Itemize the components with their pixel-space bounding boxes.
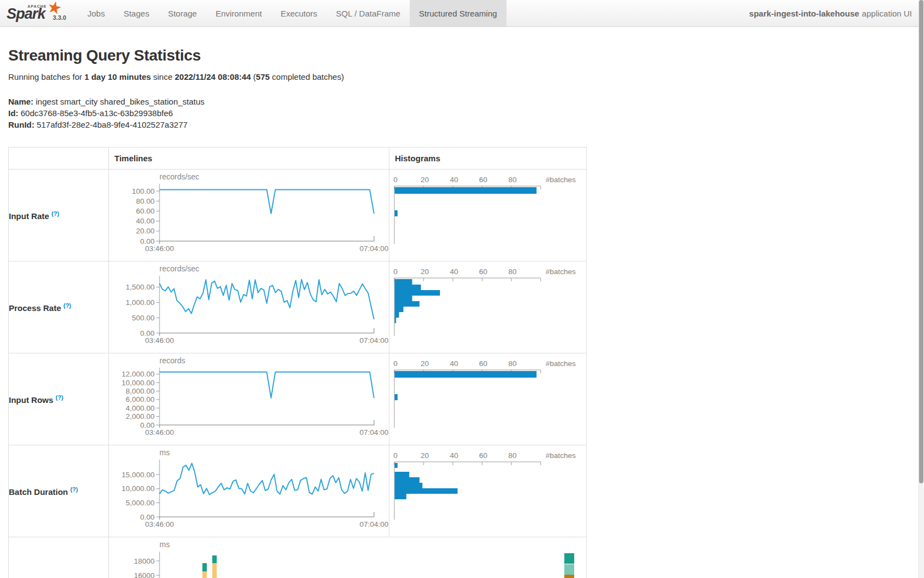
histogram-chart-batch-duration: 020406080#batches [389,445,587,537]
svg-text:10,000.00: 10,000.00 [122,484,155,493]
svg-text:40: 40 [450,359,458,368]
tab-executors[interactable]: Executors [271,0,327,26]
row-label-process-rate: Process Rate (?) [9,261,109,353]
svg-text:100.00: 100.00 [132,187,155,195]
spark-logo[interactable]: APACHE Spark ★ 3.3.0 [0,0,70,26]
svg-text:12,000.00: 12,000.00 [122,370,155,378]
help-icon[interactable]: (?) [52,210,59,217]
svg-text:ms: ms [160,540,170,549]
query-name-label: Name: [8,97,34,106]
svg-text:2,000.00: 2,000.00 [125,412,155,421]
statistics-table: Timelines Histograms Input Rate (?) reco… [8,147,587,578]
timeline-chart-batch-duration: ms0.005,000.0010,000.0015,000.0003:46:00… [109,445,389,537]
query-id-label: Id: [8,108,18,118]
tab-stages[interactable]: Stages [114,0,159,26]
running-prefix: Running batches for [8,72,82,81]
svg-text:80: 80 [508,359,516,368]
svg-text:60.00: 60.00 [136,207,155,215]
svg-text:0: 0 [393,176,398,184]
header-timelines: Timelines [109,148,389,170]
svg-text:500.00: 500.00 [132,314,155,322]
svg-text:60: 60 [479,359,487,368]
nav-tabs: Jobs Stages Storage Environment Executor… [78,0,507,26]
svg-text:07:04:00: 07:04:00 [360,428,388,437]
tab-jobs[interactable]: Jobs [78,0,114,26]
table-header-row: Timelines Histograms [9,148,587,170]
row-label-text: Process Rate [9,303,61,313]
main-content: Streaming Query Statistics Running batch… [0,47,924,578]
svg-text:07:04:00: 07:04:00 [360,336,388,345]
query-runid-label: RunId: [8,120,34,129]
query-runid-row: RunId: 517afd3f-28e2-4ba8-9fe4-4102527a3… [8,119,924,130]
help-icon[interactable]: (?) [56,394,63,401]
row-label-batch-duration: Batch Duration (?) [9,445,109,537]
svg-text:60: 60 [479,451,487,460]
svg-text:03:46:00: 03:46:00 [145,336,174,345]
table-row-input-rows: Input Rows (?) records0.002,000.004,000.… [9,353,587,445]
svg-text:8,000.00: 8,000.00 [125,387,155,395]
svg-text:0: 0 [393,451,398,460]
svg-text:#batches: #batches [546,359,576,368]
row-label-input-rows: Input Rows (?) [9,353,109,445]
table-row-input-rate: Input Rate (?) records/sec0.0020.0040.00… [9,170,587,261]
navbar: APACHE Spark ★ 3.3.0 Jobs Stages Storage… [0,0,924,27]
svg-text:40: 40 [450,268,458,276]
svg-text:10,000.00: 10,000.00 [122,379,155,387]
svg-text:5,000.00: 5,000.00 [125,499,155,507]
svg-text:40.00: 40.00 [136,217,155,225]
tab-storage[interactable]: Storage [158,0,206,26]
svg-text:1,000.00: 1,000.00 [125,298,155,307]
timeline-chart-process-rate: records/sec0.00500.001,000.001,500.0003:… [109,261,389,353]
spark-logo-wordmark: Spark [7,6,45,23]
running-suffix: completed batches) [272,72,344,81]
scrollbar-thumb[interactable] [919,0,923,483]
query-name-row: Name: ingest smart_city shared_bikes_sta… [8,96,924,107]
running-duration: 1 day 10 minutes [84,72,151,81]
svg-text:03:46:00: 03:46:00 [145,428,174,437]
svg-text:ms: ms [160,448,170,457]
application-title-suffix: application UI [862,9,912,18]
header-histograms: Histograms [389,148,587,170]
tab-sql-dataframe[interactable]: SQL / DataFrame [327,0,410,26]
completed-batches-count: 575 [256,72,270,81]
header-empty [9,148,109,170]
histogram-chart-input-rows: 020406080#batches [389,353,587,445]
svg-text:07:04:00: 07:04:00 [360,244,388,253]
svg-text:20: 20 [421,451,429,460]
svg-text:80: 80 [508,268,516,276]
row-label-text: Batch Duration [9,487,68,497]
svg-text:4,000.00: 4,000.00 [125,404,155,412]
svg-text:#batches: #batches [546,176,576,184]
svg-text:0: 0 [393,359,398,368]
svg-text:records/sec: records/sec [160,264,199,273]
svg-text:20: 20 [421,268,429,276]
svg-text:60: 60 [479,176,487,184]
running-summary: Running batches for 1 day 10 minutes sin… [8,72,924,81]
table-row-process-rate: Process Rate (?) records/sec0.00500.001,… [9,261,587,353]
help-icon[interactable]: (?) [70,486,78,493]
svg-text:20.00: 20.00 [136,227,155,235]
tab-structured-streaming[interactable]: Structured Streaming [410,0,507,26]
svg-text:20: 20 [421,176,429,184]
help-icon[interactable]: (?) [63,302,71,309]
timeline-chart-input-rows: records0.002,000.004,000.006,000.008,000… [109,353,389,445]
query-id-value: 60dc3768-85e3-4fb5-a13c-63b29938bfe6 [21,108,173,118]
query-runid-value: 517afd3f-28e2-4ba8-9fe4-4102527a3277 [37,120,188,129]
svg-text:6,000.00: 6,000.00 [125,395,155,403]
timeline-chart-input-rate: records/sec0.0020.0040.0060.0080.00100.0… [109,170,389,261]
query-id-row: Id: 60dc3768-85e3-4fb5-a13c-63b29938bfe6 [8,107,924,119]
histogram-chart-input-rate: 020406080#batches [389,170,587,261]
scrollbar-track[interactable] [919,0,924,578]
svg-text:03:46:00: 03:46:00 [145,520,174,528]
tab-environment[interactable]: Environment [206,0,271,26]
svg-text:80.00: 80.00 [136,197,155,205]
application-name: spark-ingest-into-lakehouse [749,9,859,18]
svg-text:40: 40 [450,176,458,184]
row-label-operation-duration [9,537,109,578]
row-label-input-rate: Input Rate (?) [9,170,109,261]
svg-text:80: 80 [508,451,516,460]
row-label-text: Input Rows [9,395,53,405]
table-row-batch-duration: Batch Duration (?) ms0.005,000.0010,000.… [9,445,587,537]
spark-version: 3.3.0 [53,14,66,21]
svg-text:18000: 18000 [134,557,155,565]
